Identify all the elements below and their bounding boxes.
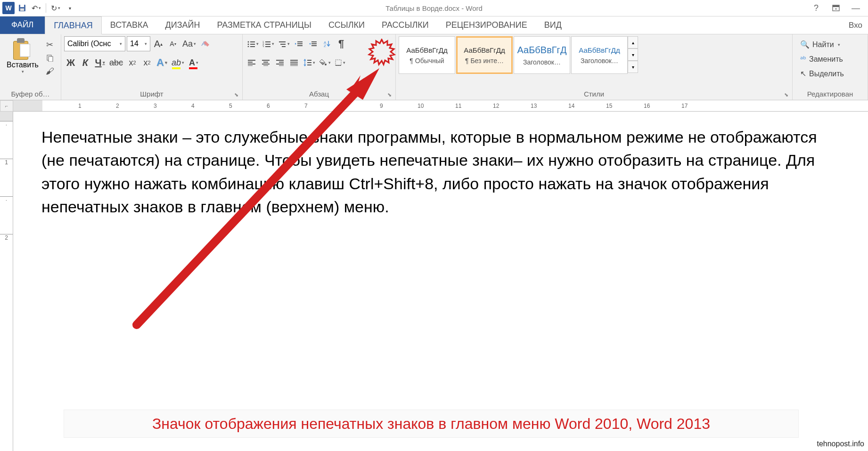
line-spacing-button[interactable]: ▾ (302, 55, 317, 70)
cut-button[interactable]: ✂ (44, 39, 56, 50)
signin-link[interactable]: Вхо (843, 17, 868, 34)
group-styles: АаБбВвГгДд¶ ОбычныйАаБбВвГгДд¶ Без инте…… (396, 34, 793, 100)
horizontal-ruler[interactable]: 1234567891011121314151617 (13, 100, 868, 112)
style-item-1[interactable]: АаБбВвГгДд¶ Без инте… (456, 36, 513, 74)
strikethrough-button[interactable]: abc (108, 55, 124, 70)
editing-group-label: Редактирован (795, 89, 865, 99)
svg-rect-40 (279, 62, 284, 63)
svg-rect-24 (297, 43, 303, 44)
tab-home[interactable]: ГЛАВНАЯ (45, 16, 102, 34)
style-item-0[interactable]: АаБбВвГгДд¶ Обычный (399, 36, 455, 74)
svg-rect-25 (297, 45, 303, 46)
help-button[interactable]: ? (809, 1, 824, 15)
ribbon-display-options[interactable] (828, 1, 843, 15)
svg-rect-1 (20, 5, 24, 7)
svg-rect-32 (248, 62, 253, 63)
tab-mailings[interactable]: РАССЫЛКИ (373, 16, 437, 34)
styles-launcher[interactable]: ⬊ (784, 92, 788, 98)
window-controls: ? — (809, 1, 868, 15)
increase-indent-button[interactable] (306, 36, 319, 51)
multilevel-list-button[interactable]: ▾ (277, 36, 291, 51)
ribbon: Вставить ▾ ✂ 🖌 Буфер об… Calibri (Оснс▾ … (0, 34, 868, 100)
styles-gallery: АаБбВвГгДд¶ ОбычныйАаБбВвГгДд¶ Без инте…… (399, 36, 628, 74)
minimize-button[interactable]: — (848, 1, 863, 15)
bullets-button[interactable]: ▾ (246, 36, 260, 51)
svg-rect-52 (336, 65, 341, 66)
font-color-button[interactable]: A▾ (187, 55, 200, 70)
subscript-button[interactable]: x2 (126, 55, 139, 70)
svg-rect-31 (248, 60, 255, 61)
text-effects-button[interactable]: A▾ (155, 55, 169, 70)
style-item-3[interactable]: АаБбВвГгДдЗаголовок… (571, 36, 628, 74)
undo-button[interactable]: ↶▾ (30, 1, 43, 15)
paste-label: Вставить (7, 61, 39, 69)
format-painter-button[interactable]: 🖌 (44, 65, 56, 77)
align-left-button[interactable] (246, 55, 259, 70)
svg-text:3: 3 (262, 45, 264, 47)
grow-font-button[interactable]: A▴ (152, 36, 165, 51)
styles-expand[interactable]: ▾ (628, 61, 638, 73)
font-group-label: Шрифт⬊ (64, 89, 239, 99)
bold-button[interactable]: Ж (64, 55, 77, 70)
clear-format-button[interactable]: A (199, 36, 212, 51)
tab-references[interactable]: ССЫЛКИ (320, 16, 373, 34)
replace-button[interactable]: ᵃᵇЗаменить (797, 53, 847, 65)
sort-button[interactable]: AZ (320, 36, 334, 51)
replace-icon: ᵃᵇ (800, 55, 806, 64)
font-size-combo[interactable]: 14▾ (127, 36, 150, 51)
align-center-button[interactable] (260, 55, 273, 70)
tab-view[interactable]: ВИД (536, 16, 570, 34)
clipboard-label: Буфер об… (3, 89, 58, 99)
svg-rect-39 (276, 60, 284, 61)
svg-rect-6 (49, 56, 53, 62)
tab-review[interactable]: РЕЦЕНЗИРОВАНИЕ (437, 16, 536, 34)
group-editing: 🔍Найти▾ ᵃᵇЗаменить ↖Выделить Редактирова… (793, 34, 868, 100)
ribbon-tabs: ФАЙЛ ГЛАВНАЯ ВСТАВКА ДИЗАЙН РАЗМЕТКА СТР… (0, 16, 868, 34)
decrease-indent-button[interactable] (292, 36, 305, 51)
tab-file[interactable]: ФАЙЛ (0, 16, 45, 34)
svg-rect-33 (248, 64, 255, 64)
svg-rect-9 (250, 41, 255, 42)
svg-rect-15 (265, 41, 270, 42)
group-font: Calibri (Оснс▾ 14▾ A▴ A▾ Aa▾ A Ж К Ч▾ ab… (61, 34, 243, 100)
highlight-button[interactable]: ab▾ (170, 55, 186, 70)
qat-customize[interactable]: ▾ (63, 1, 76, 15)
tab-insert[interactable]: ВСТАВКА (102, 16, 157, 34)
tab-layout[interactable]: РАЗМЕТКА СТРАНИЦЫ (209, 16, 320, 34)
watermark: tehnopost.info (817, 440, 864, 448)
svg-rect-49 (307, 64, 311, 65)
document-area[interactable]: Непечатные знаки – это служебные знаки п… (13, 112, 868, 451)
svg-rect-38 (263, 65, 268, 66)
save-button[interactable] (16, 1, 29, 15)
vertical-ruler[interactable]: · 1 · 2 (0, 112, 13, 451)
select-button[interactable]: ↖Выделить (797, 67, 847, 80)
align-right-button[interactable] (274, 55, 287, 70)
svg-rect-4 (833, 5, 839, 7)
paragraph-launcher[interactable]: ⬊ (387, 92, 392, 98)
copy-button[interactable] (44, 52, 56, 64)
svg-rect-45 (290, 64, 298, 64)
document-text[interactable]: Непечатные знаки – это служебные знаки п… (13, 112, 868, 233)
svg-rect-11 (250, 44, 255, 45)
show-marks-button[interactable]: ¶ (335, 36, 348, 51)
ruler-corner[interactable]: ⌐ (0, 100, 13, 112)
change-case-button[interactable]: Aa▾ (181, 36, 197, 51)
italic-button[interactable]: К (79, 55, 92, 70)
borders-button[interactable]: ▾ (333, 55, 347, 70)
styles-scroll-down[interactable]: ▾ (628, 48, 638, 61)
superscript-button[interactable]: x2 (140, 55, 154, 70)
font-name-combo[interactable]: Calibri (Оснс▾ (64, 36, 125, 51)
font-launcher[interactable]: ⬊ (234, 92, 238, 98)
tab-design[interactable]: ДИЗАЙН (157, 16, 209, 34)
redo-button[interactable]: ↻▾ (49, 1, 62, 15)
shading-button[interactable]: ▾ (318, 55, 332, 70)
underline-button[interactable]: Ч▾ (93, 55, 106, 70)
styles-scroll-up[interactable]: ▴ (628, 36, 638, 48)
find-button[interactable]: 🔍Найти▾ (797, 38, 847, 51)
svg-rect-43 (290, 60, 298, 61)
numbering-button[interactable]: 123▾ (261, 36, 276, 51)
shrink-font-button[interactable]: A▾ (166, 36, 180, 51)
justify-button[interactable] (288, 55, 301, 70)
style-item-2[interactable]: АаБбВвГгДЗаголовок… (514, 36, 570, 74)
paste-button[interactable]: Вставить ▾ (3, 36, 42, 76)
